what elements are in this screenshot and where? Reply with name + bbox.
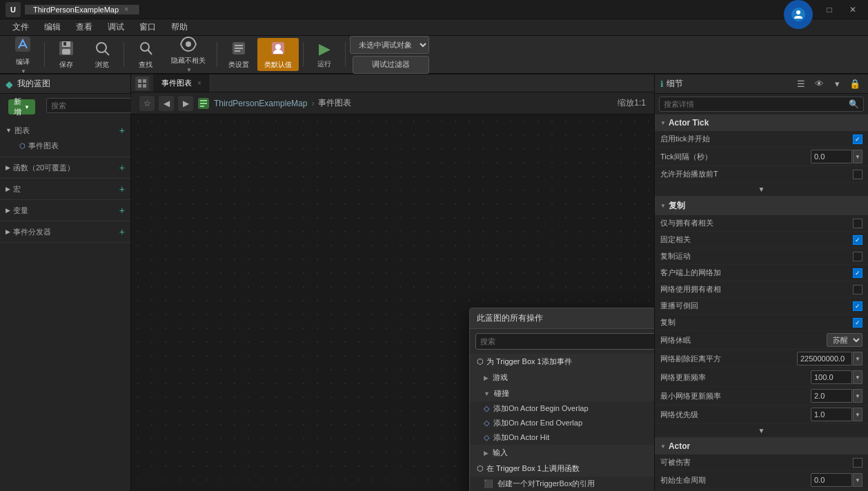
right-search-bar[interactable]: 🔍 [659, 97, 864, 112]
event-dispatchers-header[interactable]: ▶ 事件分发器 + [0, 224, 130, 239]
functions-add-btn[interactable]: + [119, 162, 125, 173]
actor-tick-expand[interactable]: ▼ [655, 183, 868, 196]
center-tab-bar: 事件图表 × [131, 74, 654, 92]
ctx-search-bar[interactable]: 🔍 [475, 333, 654, 350]
dispatchers-add-btn[interactable]: + [119, 226, 125, 237]
breadcrumb-icon [197, 97, 210, 110]
debug-filter-btn[interactable]: 调试过滤器 [353, 56, 429, 74]
class-defaults-btn[interactable]: 类默认值 [257, 38, 299, 71]
menu-debug[interactable]: 调试 [101, 20, 131, 34]
variables-add-btn[interactable]: + [119, 205, 125, 216]
bookmark-btn[interactable]: ☆ [139, 96, 155, 111]
right-eye-btn[interactable]: 👁 [811, 77, 827, 92]
compile-btn[interactable]: 编译 ▼ [6, 38, 40, 71]
save-btn[interactable]: 保存 [49, 38, 83, 71]
lifespan-spin-btn[interactable]: ▼ [853, 473, 862, 487]
close-btn[interactable]: ✕ [842, 2, 864, 17]
ctx-collision-item[interactable]: ▼ 碰撞 [470, 385, 654, 401]
net-culling-checkbox[interactable] [853, 268, 862, 278]
always-relevant-value [853, 235, 862, 245]
min-net-spin-btn[interactable]: ▼ [853, 389, 862, 403]
main-tab[interactable]: ThirdPersonExampleMap × [25, 5, 140, 14]
ctx-collision-arrow: ▼ [484, 390, 490, 397]
net-update-spin-btn[interactable]: ▼ [853, 370, 862, 384]
ctx-hit[interactable]: ◇ 添加On Actor Hit [470, 430, 654, 445]
actor-tick-header[interactable]: ▼ Actor Tick [655, 114, 868, 131]
menu-file[interactable]: 文件 [6, 20, 36, 34]
find-btn[interactable]: 查找 [128, 38, 163, 71]
net-culling-row: 客户端上的网络加 [655, 265, 868, 281]
actor-tick-arrow: ▼ [660, 120, 666, 126]
tab-close-btn[interactable]: × [121, 5, 131, 14]
event-graph-tab-close[interactable]: × [197, 79, 201, 87]
replication-header[interactable]: ▼ 复制 [655, 197, 868, 215]
ctx-game-item[interactable]: ▶ 游戏 [470, 370, 654, 385]
net-update-freq-input[interactable] [811, 370, 852, 384]
class-settings-btn[interactable]: 类设置 [221, 38, 256, 71]
svg-rect-15 [235, 50, 240, 52]
ctx-game-label: 游戏 [493, 372, 508, 383]
net-dormancy-select[interactable]: 苏醒 [827, 333, 862, 347]
macros-header[interactable]: ▶ 宏 + [0, 181, 130, 197]
replicate-movement-checkbox[interactable] [853, 252, 862, 261]
graph-area[interactable]: 此蓝图的所有操作 ✓ 情境关联 ▶ 🔍 ⬡ [131, 114, 654, 491]
ctx-trigger-header[interactable]: ⬡ 为 Trigger Box 1添加事件 [470, 354, 654, 370]
can-be-damaged-value [853, 458, 862, 468]
toolbar: 编译 ▼ 保存 浏览 查找 隐藏不相关 ▼ 类设置 [0, 36, 868, 74]
macros-add-btn[interactable]: + [119, 183, 125, 194]
net-priority-input[interactable] [811, 408, 852, 421]
can-be-damaged-checkbox[interactable] [853, 458, 862, 468]
event-graph-item[interactable]: ⬡ 事件图表 [14, 139, 117, 152]
net-cull-spin-btn[interactable]: ▼ [853, 352, 862, 365]
maximize-btn[interactable]: □ [818, 2, 840, 17]
profile-icon[interactable] [784, 0, 813, 29]
ctx-begin-overlap[interactable]: ◇ 添加On Actor Begin Overlap [470, 401, 654, 416]
min-net-input[interactable] [811, 389, 852, 403]
list-view-btn[interactable]: ☰ [793, 77, 809, 92]
menu-view[interactable]: 查看 [69, 20, 99, 34]
right-lock-btn[interactable]: 🔒 [847, 77, 862, 92]
enable-tick-checkbox[interactable] [853, 134, 862, 144]
ctx-search-input[interactable] [480, 337, 654, 345]
graphs-header[interactable]: ▼ 图表 + [0, 123, 130, 138]
tick-interval-spin-btn[interactable]: ▼ [853, 150, 862, 163]
left-toolbar: 新增 ▼ 🔍 👁 ▾ [0, 94, 130, 120]
new-btn[interactable]: 新增 ▼ [8, 99, 35, 114]
variables-header[interactable]: ▶ 变量 + [0, 203, 130, 218]
run-btn[interactable]: ▶ 运行 [308, 38, 341, 71]
lifespan-input[interactable] [811, 473, 852, 487]
event-graph-tab[interactable]: 事件图表 × [153, 74, 210, 92]
net-priority-spin-btn[interactable]: ▼ [853, 408, 862, 421]
allow-tick-before-checkbox[interactable] [853, 170, 862, 179]
net-use-owner-checkbox[interactable] [853, 285, 862, 294]
graphs-section: ▼ 图表 + ⬡ 事件图表 [0, 120, 130, 157]
hide-irrelevant-btn[interactable]: 隐藏不相关 ▼ [164, 38, 213, 71]
breadcrumb-sep: › [311, 99, 314, 108]
ctx-create-ref[interactable]: ⬛ 创建一个对TriggerBox的引用 [470, 477, 654, 491]
right-search-input[interactable] [664, 100, 846, 108]
browse-btn[interactable]: 浏览 [85, 38, 119, 71]
debug-select[interactable]: 未选中调试对象 [350, 36, 429, 54]
always-relevant-checkbox[interactable] [853, 235, 862, 245]
back-btn[interactable]: ◀ [159, 96, 174, 111]
variables-section: ▶ 变量 + [0, 200, 130, 221]
functions-header[interactable]: ▶ 函数（20可覆盖） + [0, 160, 130, 175]
ctx-call-header[interactable]: ⬡ 在 Trigger Box 1上调用函数 [470, 461, 654, 477]
menu-window[interactable]: 窗口 [132, 20, 163, 34]
menu-edit[interactable]: 编辑 [37, 20, 68, 34]
breadcrumb-map[interactable]: ThirdPersonExampleMap [214, 99, 307, 108]
graphs-add-btn[interactable]: + [119, 125, 125, 136]
ctx-input-item[interactable]: ▶ 输入 [470, 445, 654, 461]
net-cull-distance-input[interactable] [797, 352, 852, 365]
replicate-checkbox[interactable] [853, 318, 862, 328]
tick-interval-input[interactable] [811, 150, 852, 163]
actor-section-header[interactable]: ▼ Actor [655, 438, 868, 454]
forward-btn[interactable]: ▶ [178, 96, 193, 111]
ctx-end-overlap[interactable]: ◇ 添加On Actor End Overlap [470, 416, 654, 430]
replay-checkbox[interactable] [853, 301, 862, 311]
owner-relevant-checkbox[interactable] [853, 219, 862, 228]
svg-rect-21 [143, 84, 146, 88]
right-filter-btn[interactable]: ▾ [829, 77, 845, 92]
menu-help[interactable]: 帮助 [164, 20, 195, 34]
replication-expand[interactable]: ▼ [655, 424, 868, 437]
